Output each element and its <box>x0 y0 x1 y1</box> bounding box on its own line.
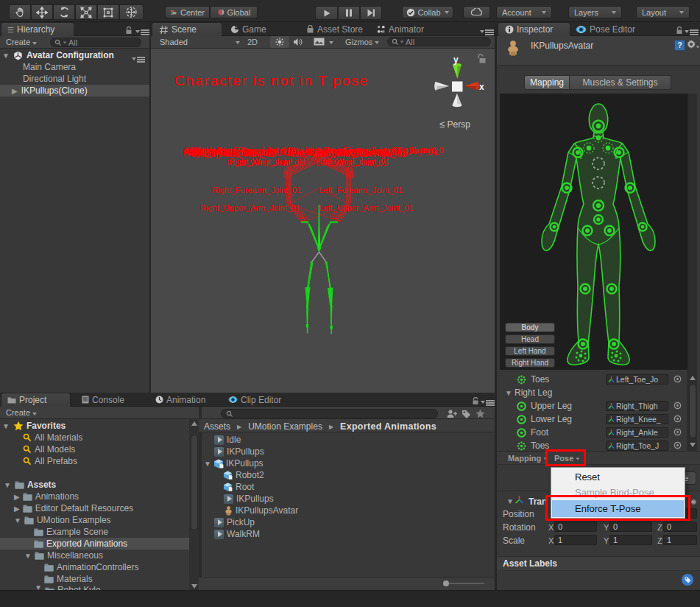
svg-text:x: x <box>479 82 484 92</box>
svg-text:y: y <box>453 55 459 65</box>
